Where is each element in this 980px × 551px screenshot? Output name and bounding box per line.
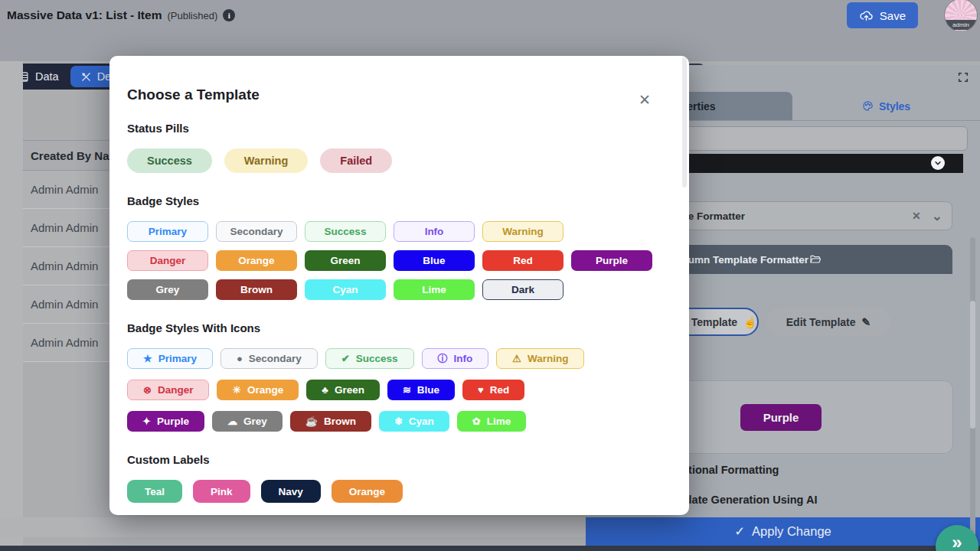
badge-label: Orange (247, 384, 283, 396)
iconbadge-brown[interactable]: ☕Brown (290, 411, 371, 432)
badge-label: Brown (240, 284, 273, 295)
badge-label: Warning (502, 226, 544, 237)
section-heading: Custom Labels (127, 453, 671, 466)
cloud-icon: ☁ (227, 416, 237, 426)
sun-icon: ☀ (232, 385, 241, 395)
label-navy[interactable]: Navy (261, 480, 321, 503)
leaf-icon: ♣ (322, 385, 328, 395)
badge-row: DangerOrangeGreenBlueRedPurple (127, 250, 671, 271)
badge-label: Danger (158, 384, 194, 396)
close-icon[interactable]: ✕ (639, 93, 651, 107)
badge-info[interactable]: Info (394, 221, 475, 242)
iconbadge-info[interactable]: ⓘInfo (422, 348, 489, 369)
apple-icon: ✿ (472, 416, 481, 426)
heart-icon: ♥ (478, 385, 484, 395)
star-icon: ★ (143, 354, 152, 364)
avatar[interactable]: admin (944, 0, 978, 32)
iconbadge-purple[interactable]: ✦Purple (127, 411, 204, 432)
badge-dark[interactable]: Dark (482, 279, 564, 300)
iconbadge-danger[interactable]: ⊗Danger (127, 380, 209, 400)
iconbadge-blue[interactable]: ≋Blue (387, 380, 455, 400)
badge-label: Warning (528, 353, 569, 364)
iconbadge-green[interactable]: ♣Green (306, 380, 380, 400)
badge-label: Orange (238, 255, 274, 266)
section-title: Column Template Formatter (671, 254, 808, 266)
badge-purple[interactable]: Purple (571, 250, 652, 271)
badge-secondary[interactable]: Secondary (216, 221, 297, 242)
badge-label: Green (335, 384, 364, 396)
badge-label: Secondary (230, 226, 283, 237)
scrollbar-thumb[interactable] (970, 301, 975, 429)
edit-template-button[interactable]: Edit Template ✎ (766, 308, 890, 336)
chevron-down-icon[interactable] (931, 156, 945, 170)
badge-label: Green (330, 255, 360, 266)
iconbadge-red[interactable]: ♥Red (462, 380, 524, 400)
badge-lime[interactable]: Lime (394, 279, 475, 300)
horizontal-scrollbar[interactable] (0, 517, 586, 537)
chevron-down-icon[interactable]: ⌄ (932, 208, 942, 224)
badge-label: Success (356, 353, 398, 364)
badge-orange[interactable]: Orange (216, 250, 297, 271)
pill-warning[interactable]: Warning (224, 148, 308, 173)
iconbadge-cyan[interactable]: ❄Cyan (379, 411, 449, 432)
iconbadge-lime[interactable]: ✿Lime (457, 411, 526, 432)
page-title: Massive Data v1: List - Item (7, 8, 162, 22)
badge-row: ⊗Danger☀Orange♣Green≋Blue♥Red (127, 380, 671, 400)
panel-scrollbar[interactable] (970, 237, 975, 551)
bottom-strip (0, 546, 980, 551)
pill-failed[interactable]: Failed (320, 148, 392, 173)
modal-scrollbar-thumb[interactable] (682, 57, 687, 187)
badge-label: Purple (157, 416, 189, 427)
pill-success[interactable]: Success (127, 148, 212, 173)
iconbadge-warning[interactable]: ⚠Warning (496, 348, 584, 369)
pencil-icon: ✎ (862, 316, 871, 328)
badge-label: Navy (279, 486, 303, 497)
badge-label: Dark (511, 284, 534, 295)
apply-change-button[interactable]: ✓ Apply Change (586, 517, 980, 546)
iconbadge-orange[interactable]: ☀Orange (217, 380, 299, 400)
modal-title: Choose a Template (127, 86, 671, 103)
save-button[interactable]: Save (847, 2, 918, 28)
check-icon: ✓ (734, 524, 745, 539)
tab-styles[interactable]: Styles (792, 92, 980, 120)
label-orange[interactable]: Orange (332, 480, 403, 503)
folder-open-icon[interactable] (808, 253, 822, 266)
pointing-hand-icon: ☝ (743, 316, 756, 328)
fullscreen-icon[interactable] (957, 71, 969, 83)
tab-label: Styles (879, 100, 910, 112)
badge-label: Failed (340, 155, 372, 167)
badge-blue[interactable]: Blue (394, 250, 475, 271)
badge-grey[interactable]: Grey (127, 279, 208, 300)
badge-label: Blue (423, 255, 445, 266)
info-circle-icon[interactable]: i (223, 9, 235, 21)
badge-label: Cyan (332, 284, 358, 295)
iconbadge-primary[interactable]: ★Primary (127, 348, 213, 369)
double-chevron-icon: » (952, 532, 962, 551)
button-label: Apply Change (752, 524, 831, 539)
iconbadge-secondary[interactable]: ●Secondary (220, 348, 318, 369)
badge-cyan[interactable]: Cyan (305, 279, 386, 300)
avatar-label: admin (945, 20, 977, 30)
section-heading: Badge Styles (127, 194, 671, 207)
badge-row: TealPinkNavyOrange (127, 480, 671, 503)
preview-badge-purple[interactable]: Purple (740, 404, 822, 431)
badge-brown[interactable]: Brown (216, 279, 297, 300)
badge-green[interactable]: Green (305, 250, 386, 271)
badge-row: GreyBrownCyanLimeDark (127, 279, 671, 300)
badge-danger[interactable]: Danger (127, 250, 208, 271)
badge-label: Danger (150, 255, 186, 266)
clear-icon[interactable]: ✕ (912, 210, 921, 222)
badge-success[interactable]: Success (305, 221, 386, 242)
badge-primary[interactable]: Primary (127, 221, 208, 242)
label-teal[interactable]: Teal (127, 480, 182, 503)
badge-red[interactable]: Red (482, 250, 564, 271)
badge-row: SuccessWarningFailed (127, 148, 671, 173)
iconbadge-success[interactable]: ✔Success (325, 348, 414, 369)
badge-label: Success (325, 226, 367, 237)
iconbadge-grey[interactable]: ☁Grey (212, 411, 283, 432)
published-badge: (Published) (167, 10, 217, 21)
badge-label: Red (490, 384, 510, 396)
badge-warning[interactable]: Warning (482, 221, 564, 242)
label-pink[interactable]: Pink (193, 480, 250, 503)
x-circle-icon: ⊗ (143, 385, 152, 395)
